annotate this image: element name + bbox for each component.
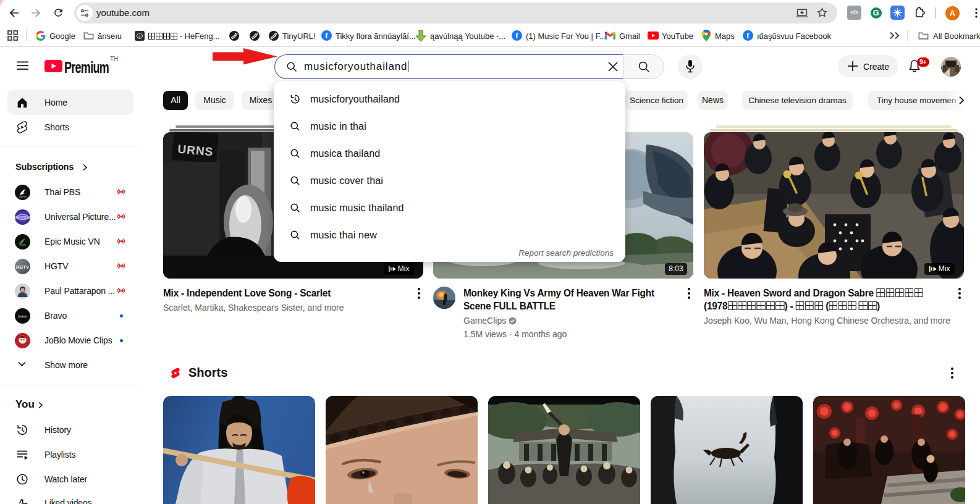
svg-text:UNIVERSAL: UNIVERSAL <box>15 216 30 219</box>
svg-text:bravo: bravo <box>18 314 28 318</box>
svg-text:THAI PBS: THAI PBS <box>19 196 27 198</box>
svg-text:HGTV: HGTV <box>16 264 29 270</box>
svg-text:EMVN: EMVN <box>20 244 26 246</box>
